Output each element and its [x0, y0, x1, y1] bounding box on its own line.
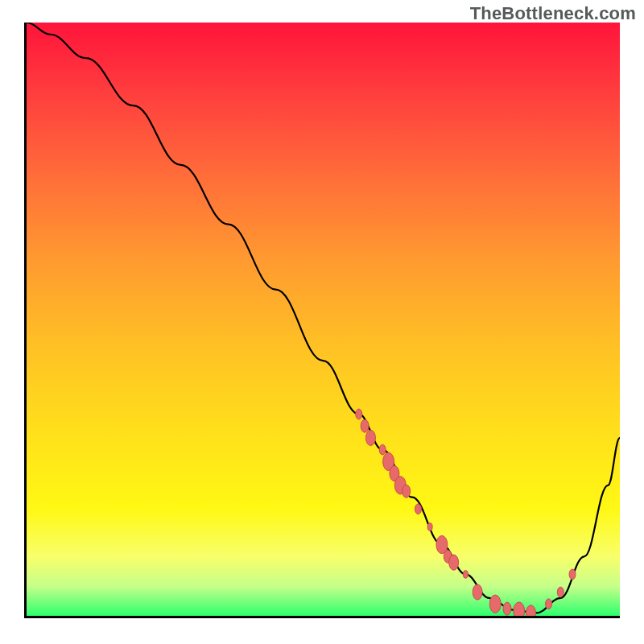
watermark-text: TheBottleneck.com: [470, 3, 636, 24]
data-marker: [356, 409, 362, 419]
data-marker: [361, 419, 369, 432]
data-marker: [546, 599, 552, 609]
plot-area: [24, 23, 620, 618]
data-marker: [379, 444, 386, 455]
markers-group: [356, 409, 576, 616]
data-marker: [569, 569, 576, 580]
data-marker: [449, 555, 459, 570]
data-marker: [402, 485, 411, 497]
data-marker: [503, 602, 511, 615]
data-marker: [365, 430, 375, 445]
data-marker: [473, 584, 482, 600]
chart-container: TheBottleneck.com: [0, 0, 644, 644]
data-marker: [427, 523, 432, 531]
plot-svg: [27, 23, 620, 616]
bottleneck-curve: [27, 23, 620, 613]
data-marker: [526, 605, 535, 616]
data-marker: [514, 602, 525, 616]
data-marker: [489, 595, 501, 613]
data-marker: [557, 587, 564, 597]
data-marker: [415, 504, 421, 514]
data-marker: [463, 571, 468, 579]
